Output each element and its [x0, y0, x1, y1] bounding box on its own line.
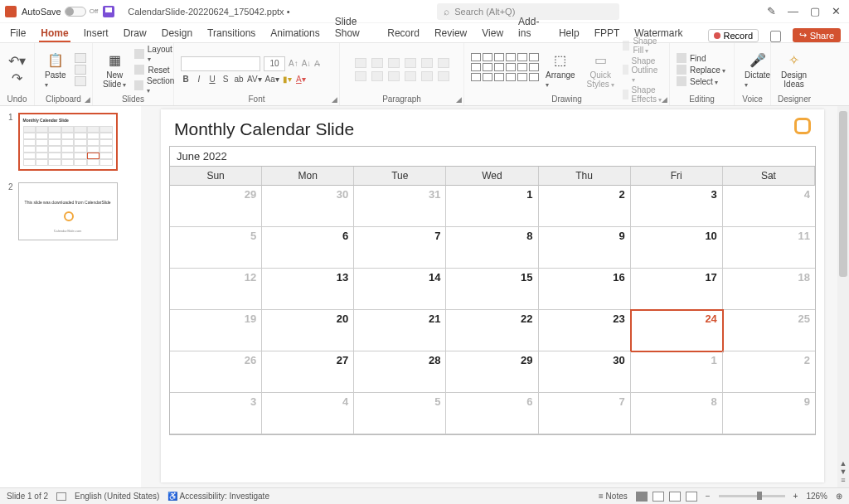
- calendar-cell[interactable]: 9: [539, 227, 631, 269]
- document-name[interactable]: CalendarSlide-20220624_175042.pptx •: [128, 7, 289, 17]
- copy-icon[interactable]: [75, 65, 86, 75]
- slide-title[interactable]: Monthly Calendar Slide: [174, 119, 354, 139]
- accessibility-indicator[interactable]: ♿ Accessibility: Investigate: [167, 492, 269, 501]
- font-size-combo[interactable]: 10: [264, 56, 285, 71]
- tab-design[interactable]: Design: [160, 24, 194, 42]
- paste-button[interactable]: Paste: [41, 49, 70, 90]
- record-button[interactable]: Record: [708, 29, 759, 42]
- tab-help[interactable]: Help: [557, 24, 581, 42]
- notes-button[interactable]: ≡ Notes: [599, 492, 628, 501]
- slide[interactable]: Monthly Calendar Slide June 2022 SunMonT…: [161, 109, 824, 482]
- tab-slideshow[interactable]: Slide Show: [333, 12, 375, 42]
- outdent-icon[interactable]: [388, 58, 400, 68]
- calendar-cell[interactable]: 15: [446, 269, 538, 310]
- align-left-icon[interactable]: [355, 71, 366, 81]
- new-slide-button[interactable]: ▦ New Slide: [99, 49, 129, 90]
- bold-button[interactable]: B: [181, 75, 191, 84]
- indent-icon[interactable]: [405, 58, 416, 68]
- thumbnail-pane[interactable]: 1 Monthly Calendar Slide 2 This slide wa…: [0, 106, 141, 487]
- tab-view[interactable]: View: [480, 24, 505, 42]
- calendar-cell[interactable]: 31: [354, 186, 446, 227]
- justify-icon[interactable]: [405, 71, 416, 81]
- calendar-cell[interactable]: 22: [446, 310, 538, 351]
- calendar-cell[interactable]: 12: [170, 269, 262, 310]
- slide-counter[interactable]: Slide 1 of 2: [7, 492, 48, 501]
- calendar-cell[interactable]: 1: [631, 351, 723, 393]
- numbering-icon[interactable]: [371, 58, 383, 68]
- design-ideas-button[interactable]: ✧Design Ideas: [778, 49, 810, 90]
- redo-icon[interactable]: ↷: [12, 70, 22, 86]
- shape-outline-button[interactable]: Shape Outline: [623, 56, 662, 84]
- tab-transitions[interactable]: Transitions: [206, 24, 257, 42]
- arrange-button[interactable]: ⬚Arrange: [542, 49, 579, 90]
- restore-button[interactable]: ▢: [810, 5, 820, 17]
- drawing-launcher-icon[interactable]: [662, 95, 667, 104]
- calendar-cell[interactable]: 6: [262, 227, 354, 269]
- shapes-gallery[interactable]: [471, 53, 537, 86]
- strike-button[interactable]: S: [221, 75, 230, 84]
- calendar-cell[interactable]: 26: [170, 351, 262, 393]
- slide-thumbnail-1[interactable]: Monthly Calendar Slide: [18, 113, 118, 171]
- calendar-cell[interactable]: 4: [723, 186, 815, 227]
- normal-view-icon[interactable]: [636, 492, 648, 502]
- underline-button[interactable]: U: [207, 75, 217, 84]
- font-name-combo[interactable]: [181, 56, 260, 71]
- shape-effects-button[interactable]: Shape Effects: [623, 85, 662, 104]
- vertical-scrollbar[interactable]: ▲▼≡: [837, 106, 849, 487]
- minimize-button[interactable]: —: [788, 5, 798, 17]
- toggle-off-icon[interactable]: [65, 7, 86, 17]
- tab-home[interactable]: Home: [39, 24, 70, 42]
- calendar-cell[interactable]: 19: [170, 310, 262, 351]
- calendar-cell[interactable]: 11: [723, 227, 815, 269]
- calendar-cell[interactable]: 3: [631, 186, 723, 227]
- zoom-percent[interactable]: 126%: [806, 492, 827, 501]
- slideshow-view-icon[interactable]: [686, 492, 697, 502]
- calendar-cell[interactable]: 18: [723, 269, 815, 310]
- columns-icon[interactable]: [421, 71, 433, 81]
- shape-fill-button[interactable]: Shape Fill: [623, 36, 662, 55]
- align-center-icon[interactable]: [371, 71, 383, 81]
- slide-canvas-area[interactable]: Monthly Calendar Slide June 2022 SunMonT…: [141, 106, 849, 487]
- tab-file[interactable]: File: [8, 24, 27, 42]
- calendar-cell[interactable]: 2: [539, 186, 631, 227]
- calendar-month-label[interactable]: June 2022: [170, 147, 815, 167]
- close-button[interactable]: ✕: [832, 5, 841, 17]
- calendar-cell[interactable]: 7: [539, 393, 631, 434]
- decrease-font-icon[interactable]: A↓: [302, 59, 312, 68]
- calendar-cell[interactable]: 27: [262, 351, 354, 393]
- text-direction-icon[interactable]: [438, 58, 449, 68]
- calendar-cell[interactable]: 8: [631, 393, 723, 434]
- layout-button[interactable]: Layout: [134, 45, 175, 63]
- bullets-icon[interactable]: [355, 58, 366, 68]
- calendar-cell[interactable]: 3: [170, 393, 262, 434]
- share-button[interactable]: Share: [793, 28, 841, 42]
- dictate-button[interactable]: 🎤Dictate: [741, 49, 774, 90]
- align-right-icon[interactable]: [388, 71, 400, 81]
- tab-addins[interactable]: Add-ins: [517, 12, 546, 42]
- font-launcher-icon[interactable]: [332, 95, 337, 104]
- comments-icon[interactable]: [770, 31, 781, 42]
- pen-icon[interactable]: [767, 5, 776, 17]
- calendar-cell[interactable]: 14: [354, 269, 446, 310]
- calendar-cell[interactable]: 29: [446, 351, 538, 393]
- tab-insert[interactable]: Insert: [82, 24, 110, 42]
- zoom-out-button[interactable]: −: [706, 492, 711, 501]
- calendar-cell[interactable]: 5: [170, 227, 262, 269]
- calendar-table[interactable]: June 2022 SunMonTueWedThuFriSat293031123…: [169, 146, 816, 435]
- select-button[interactable]: Select: [677, 76, 725, 86]
- smartart-icon[interactable]: [438, 71, 449, 81]
- calendar-cell[interactable]: 9: [723, 393, 815, 434]
- calendar-cell[interactable]: 17: [631, 269, 723, 310]
- save-icon[interactable]: [103, 6, 114, 17]
- spacing-button[interactable]: AV▾: [247, 75, 262, 84]
- fit-to-window-icon[interactable]: ⊕: [836, 492, 842, 501]
- calendar-cell[interactable]: 6: [446, 393, 538, 434]
- calendar-cell[interactable]: 25: [723, 310, 815, 351]
- calendar-cell[interactable]: 20: [262, 310, 354, 351]
- calendar-cell[interactable]: 8: [446, 227, 538, 269]
- line-spacing-icon[interactable]: [421, 58, 433, 68]
- font-color-button[interactable]: A▾: [296, 75, 306, 84]
- format-painter-icon[interactable]: [75, 76, 86, 86]
- calendar-cell[interactable]: 29: [170, 186, 262, 227]
- italic-button[interactable]: I: [194, 75, 204, 84]
